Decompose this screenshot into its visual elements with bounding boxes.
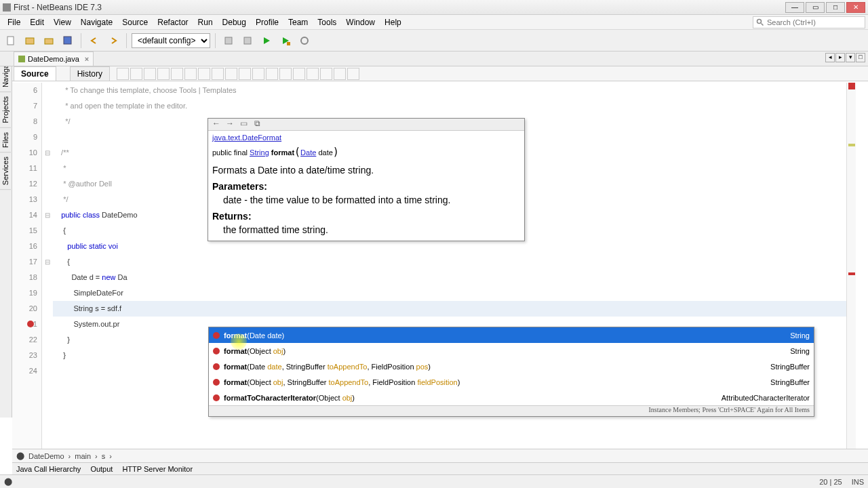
close-tab-icon[interactable]: × <box>85 55 89 63</box>
restore-button[interactable]: ▭ <box>806 2 825 13</box>
undo-button[interactable] <box>86 33 102 49</box>
clean-build-button[interactable] <box>239 33 256 49</box>
ed-tool-7[interactable] <box>198 68 210 80</box>
app-icon <box>3 3 11 12</box>
menu-profile[interactable]: Profile <box>251 16 283 29</box>
run-button[interactable] <box>258 33 275 49</box>
menu-refactor[interactable]: Refactor <box>153 16 193 29</box>
ed-tool-18[interactable] <box>347 68 359 80</box>
javadoc-popup: ← → ▭ ⧉ java.text.DateFormat public fina… <box>208 118 525 241</box>
ed-tool-1[interactable] <box>117 68 129 80</box>
breadcrumb-method[interactable]: main <box>75 452 91 460</box>
ed-tool-13[interactable] <box>279 68 292 80</box>
search-input[interactable] <box>767 18 862 26</box>
menu-file[interactable]: File <box>3 16 25 29</box>
ed-tool-10[interactable] <box>239 68 251 80</box>
ed-tool-4[interactable] <box>157 68 170 80</box>
sidebar-tab-services[interactable]: Services <box>0 152 11 190</box>
ed-tool-14[interactable] <box>293 68 305 80</box>
quick-search[interactable] <box>753 16 865 28</box>
error-marker[interactable] <box>848 83 855 89</box>
method-icon <box>213 332 220 339</box>
menu-source[interactable]: Source <box>117 16 153 29</box>
menu-tools[interactable]: Tools <box>313 16 341 29</box>
ed-tool-11[interactable] <box>252 68 264 80</box>
maximize-button[interactable]: □ <box>826 2 845 13</box>
tab-max-button[interactable]: □ <box>856 53 865 62</box>
tab-http-monitor[interactable]: HTTP Server Monitor <box>122 465 193 473</box>
left-sidebar: Navigator Projects Files Services <box>0 52 12 418</box>
ed-tool-12[interactable] <box>266 68 278 80</box>
tab-output[interactable]: Output <box>90 465 113 473</box>
breadcrumb-class[interactable]: DateDemo <box>28 452 64 460</box>
editor-subtabs: Source History <box>0 66 868 81</box>
svg-rect-4 <box>45 39 53 44</box>
svg-rect-6 <box>225 37 232 44</box>
completion-item[interactable]: format(Object obj, StringBuffer toAppend… <box>209 374 814 390</box>
ed-tool-15[interactable] <box>307 68 319 80</box>
file-tab-datedemo[interactable]: DateDemo.java × <box>14 52 94 66</box>
svg-rect-5 <box>64 37 71 44</box>
title-bar: First - NetBeans IDE 7.3 — ▭ □ ✕ <box>0 0 868 15</box>
error-icon <box>27 321 34 327</box>
jdoc-ext-icon[interactable]: ▭ <box>238 119 249 128</box>
menu-navigate[interactable]: Navigate <box>76 16 117 29</box>
error-marker[interactable] <box>848 272 855 275</box>
breadcrumb-var[interactable]: s <box>102 452 106 460</box>
tab-history[interactable]: History <box>70 66 110 81</box>
close-button[interactable]: ✕ <box>846 2 865 13</box>
menu-run[interactable]: Run <box>193 16 218 29</box>
jdoc-browser-icon[interactable]: ⧉ <box>252 119 262 128</box>
menu-team[interactable]: Team <box>283 16 313 29</box>
ed-tool-2[interactable] <box>130 68 142 80</box>
jdoc-back-icon[interactable]: ← <box>211 119 222 128</box>
overview-ruler[interactable] <box>846 83 856 449</box>
menu-view[interactable]: View <box>49 16 76 29</box>
jdoc-fwd-icon[interactable]: → <box>224 119 235 128</box>
editor-toolbar <box>117 66 359 81</box>
ed-tool-5[interactable] <box>171 68 183 80</box>
tab-call-hierarchy[interactable]: Java Call Hierarchy <box>16 465 81 473</box>
ed-tool-3[interactable] <box>144 68 156 80</box>
sidebar-tab-projects[interactable]: Projects <box>0 92 11 128</box>
save-all-button[interactable] <box>60 33 76 49</box>
ed-tool-9[interactable] <box>225 68 237 80</box>
completion-item[interactable]: formatToCharacterIterator(Object obj) At… <box>209 390 814 405</box>
editor-tabs: DateDemo.java × ◂ ▸ ▾ □ <box>0 52 868 66</box>
redo-button[interactable] <box>105 33 121 49</box>
line-gutter: 6789101112131415161718192021222324 <box>12 83 42 449</box>
completion-popup[interactable]: format(Date date) String format(Object o… <box>208 327 814 417</box>
menu-help[interactable]: Help <box>380 16 406 29</box>
completion-item[interactable]: format(Date date, StringBuffer toAppendT… <box>209 359 814 374</box>
minimize-button[interactable]: — <box>785 2 804 13</box>
ed-tool-6[interactable] <box>184 68 197 80</box>
method-icon <box>213 363 220 370</box>
open-project-button[interactable] <box>41 33 57 49</box>
new-project-button[interactable] <box>22 33 38 49</box>
ed-tool-16[interactable] <box>320 68 332 80</box>
tab-source[interactable]: Source <box>14 66 56 81</box>
new-file-button[interactable] <box>3 33 19 49</box>
status-position: 20 | 25 <box>819 478 842 486</box>
javadoc-toolbar: ← → ▭ ⧉ <box>208 119 524 131</box>
tab-right-button[interactable]: ▸ <box>835 53 845 62</box>
sidebar-tab-files[interactable]: Files <box>0 128 11 152</box>
config-dropdown[interactable]: <default config> <box>132 33 210 48</box>
menu-edit[interactable]: Edit <box>25 16 49 29</box>
menu-debug[interactable]: Debug <box>218 16 251 29</box>
completion-item[interactable]: format(Date date) String <box>209 327 814 343</box>
ed-tool-8[interactable] <box>212 68 224 80</box>
menu-window[interactable]: Window <box>341 16 380 29</box>
build-button[interactable] <box>220 33 237 49</box>
javadoc-param-text: date - the time value to be formatted in… <box>223 195 520 205</box>
warning-marker[interactable] <box>848 144 855 146</box>
profile-button[interactable] <box>296 33 313 49</box>
javadoc-class-link[interactable]: java.text.DateFormat <box>212 134 281 142</box>
debug-button[interactable] <box>277 33 294 49</box>
main-toolbar: <default config> <box>0 30 868 52</box>
file-tab-label: DateDemo.java <box>28 55 79 63</box>
completion-item[interactable]: format(Object obj) String <box>209 343 814 359</box>
ed-tool-17[interactable] <box>334 68 346 80</box>
tab-left-button[interactable]: ◂ <box>825 53 835 62</box>
tab-list-button[interactable]: ▾ <box>846 53 855 62</box>
